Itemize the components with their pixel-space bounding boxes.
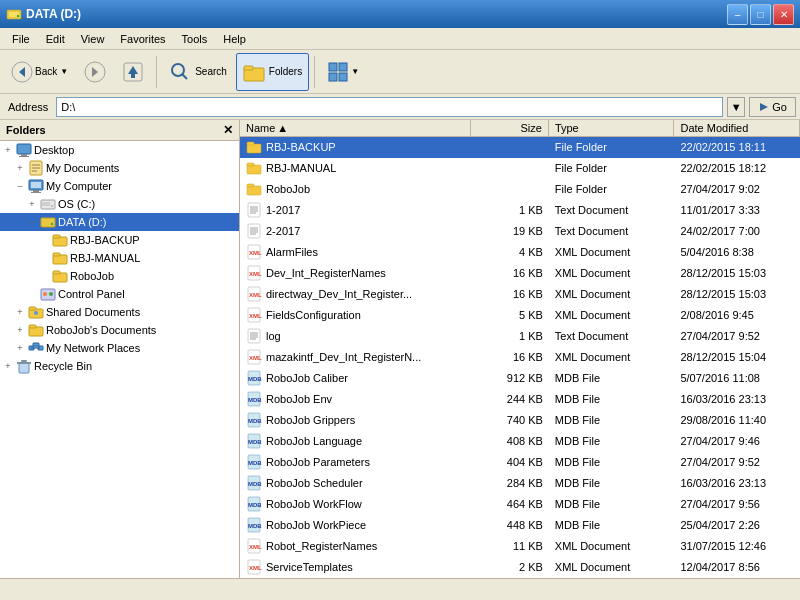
table-row[interactable]: MDB RoboJob WorkFlow 464 KB MDB File 27/… xyxy=(240,494,800,515)
file-name-text: 1-2017 xyxy=(266,204,300,216)
table-row[interactable]: log 1 KB Text Document 27/04/2017 9:52 xyxy=(240,326,800,347)
table-row[interactable]: XML FieldsConfiguration 5 KB XML Documen… xyxy=(240,305,800,326)
address-dropdown[interactable]: ▼ xyxy=(727,97,745,117)
back-label: Back xyxy=(35,66,57,77)
table-row[interactable]: 1-2017 1 KB Text Document 11/01/2017 3:3… xyxy=(240,200,800,221)
network-icon xyxy=(28,340,44,356)
file-type-icon xyxy=(246,328,262,344)
file-type-text: Text Document xyxy=(549,329,675,343)
forward-button[interactable] xyxy=(77,53,113,91)
table-row[interactable]: MDB RoboJob WorkPiece 448 KB MDB File 25… xyxy=(240,515,800,536)
table-row[interactable]: MDB RoboJob Grippers 740 KB MDB File 29/… xyxy=(240,410,800,431)
table-row[interactable]: XML mazakintf_Dev_Int_RegisterN... 16 KB… xyxy=(240,347,800,368)
table-row[interactable]: 2-2017 19 KB Text Document 24/02/2017 7:… xyxy=(240,221,800,242)
file-type-icon: MDB xyxy=(246,433,262,449)
file-type-icon xyxy=(246,160,262,176)
sidebar-item-rbj-backup[interactable]: RBJ-BACKUP xyxy=(0,231,239,249)
column-header-size[interactable]: Size xyxy=(471,120,548,136)
table-row[interactable]: XML ServiceTemplates 2 KB XML Document 1… xyxy=(240,557,800,578)
search-button[interactable]: Search xyxy=(162,53,234,91)
table-row[interactable]: XML Robot_RegisterNames 11 KB XML Docume… xyxy=(240,536,800,557)
menu-edit[interactable]: Edit xyxy=(38,31,73,47)
sidebar-item-desktop[interactable]: + Desktop xyxy=(0,141,239,159)
sidebar-item-label: DATA (D:) xyxy=(58,216,106,228)
folders-close-button[interactable]: ✕ xyxy=(223,123,233,137)
file-size: 244 KB xyxy=(471,392,548,406)
sidebar-item-my-computer[interactable]: – My Computer xyxy=(0,177,239,195)
column-header-type[interactable]: Type xyxy=(549,120,675,136)
sidebar-item-data-d[interactable]: – DATA (D:) xyxy=(0,213,239,231)
svg-text:MDB: MDB xyxy=(248,460,262,466)
svg-text:XML: XML xyxy=(249,292,262,298)
svg-point-43 xyxy=(49,292,53,296)
menu-view[interactable]: View xyxy=(73,31,113,47)
go-button[interactable]: Go xyxy=(749,97,796,117)
file-name-text: RoboJob xyxy=(266,183,310,195)
svg-rect-45 xyxy=(29,307,36,310)
sidebar-item-os-c[interactable]: + OS (C:) xyxy=(0,195,239,213)
menu-file[interactable]: File xyxy=(4,31,38,47)
back-arrow-icon[interactable]: ▼ xyxy=(60,67,68,76)
up-button[interactable] xyxy=(115,53,151,91)
sidebar-item-my-network-places[interactable]: + My Network Places xyxy=(0,339,239,357)
minimize-button[interactable]: – xyxy=(727,4,748,25)
file-type-icon: XML xyxy=(246,265,262,281)
menu-tools[interactable]: Tools xyxy=(174,31,216,47)
table-row[interactable]: MDB RoboJob Env 244 KB MDB File 16/03/20… xyxy=(240,389,800,410)
file-size: 740 KB xyxy=(471,413,548,427)
file-size: 408 KB xyxy=(471,434,548,448)
table-row[interactable]: XML directway_Dev_Int_Register... 16 KB … xyxy=(240,284,800,305)
svg-point-42 xyxy=(43,292,47,296)
svg-rect-29 xyxy=(31,182,41,188)
table-row[interactable]: MDB RoboJob Parameters 404 KB MDB File 2… xyxy=(240,452,800,473)
drive-c-icon xyxy=(40,196,56,212)
views-arrow-icon[interactable]: ▼ xyxy=(351,67,359,76)
column-header-name[interactable]: Name ▲ xyxy=(240,120,471,136)
file-date: 28/12/2015 15:03 xyxy=(674,287,800,301)
svg-point-2 xyxy=(17,15,19,17)
sidebar-item-my-documents[interactable]: + My Documents xyxy=(0,159,239,177)
menu-favorites[interactable]: Favorites xyxy=(112,31,173,47)
menu-help[interactable]: Help xyxy=(215,31,254,47)
sidebar-item-control-panel[interactable]: Control Panel xyxy=(0,285,239,303)
svg-line-11 xyxy=(183,74,188,79)
views-button[interactable]: ▼ xyxy=(320,53,366,91)
svg-rect-15 xyxy=(339,63,347,71)
file-size xyxy=(471,167,548,169)
table-row[interactable]: XML Dev_Int_RegisterNames 16 KB XML Docu… xyxy=(240,263,800,284)
sidebar-item-label: Recycle Bin xyxy=(34,360,92,372)
table-row[interactable]: MDB RoboJob Scheduler 284 KB MDB File 16… xyxy=(240,473,800,494)
folder-icon xyxy=(52,268,68,284)
file-type-icon: MDB xyxy=(246,412,262,428)
search-icon xyxy=(169,61,191,83)
file-type-text: File Folder xyxy=(549,161,675,175)
table-row[interactable]: MDB RoboJob Language 408 KB MDB File 27/… xyxy=(240,431,800,452)
expander-icon: + xyxy=(14,342,26,354)
column-header-date[interactable]: Date Modified xyxy=(674,120,800,136)
file-type-text: MDB File xyxy=(549,392,675,406)
close-button[interactable]: ✕ xyxy=(773,4,794,25)
sidebar-item-shared-documents[interactable]: + Shared Documents xyxy=(0,303,239,321)
sidebar-item-rbj-manual[interactable]: RBJ-MANUAL xyxy=(0,249,239,267)
file-type-text: MDB File xyxy=(549,476,675,490)
table-row[interactable]: RoboJob File Folder 27/04/2017 9:02 xyxy=(240,179,800,200)
table-row[interactable]: RBJ-BACKUP File Folder 22/02/2015 18:11 xyxy=(240,137,800,158)
sidebar-item-recycle-bin[interactable]: + Recycle Bin xyxy=(0,357,239,375)
table-row[interactable]: MDB RoboJob Caliber 912 KB MDB File 5/07… xyxy=(240,368,800,389)
file-size: 19 KB xyxy=(471,224,548,238)
table-row[interactable]: XML AlarmFiles 4 KB XML Document 5/04/20… xyxy=(240,242,800,263)
sidebar-item-robojobs-documents[interactable]: + RoboJob's Documents xyxy=(0,321,239,339)
address-input[interactable] xyxy=(56,97,723,117)
file-name-text: FieldsConfiguration xyxy=(266,309,361,321)
sidebar-item-robojob[interactable]: RoboJob xyxy=(0,267,239,285)
folders-button[interactable]: Folders xyxy=(236,53,309,91)
up-icon xyxy=(122,61,144,83)
back-button[interactable]: Back ▼ xyxy=(4,53,75,91)
file-name-text: RBJ-MANUAL xyxy=(266,162,336,174)
file-type-text: XML Document xyxy=(549,287,675,301)
table-row[interactable]: RBJ-MANUAL File Folder 22/02/2015 18:12 xyxy=(240,158,800,179)
maximize-button[interactable]: □ xyxy=(750,4,771,25)
file-type-text: XML Document xyxy=(549,266,675,280)
menu-bar: File Edit View Favorites Tools Help xyxy=(0,28,800,50)
svg-text:MDB: MDB xyxy=(248,481,262,487)
